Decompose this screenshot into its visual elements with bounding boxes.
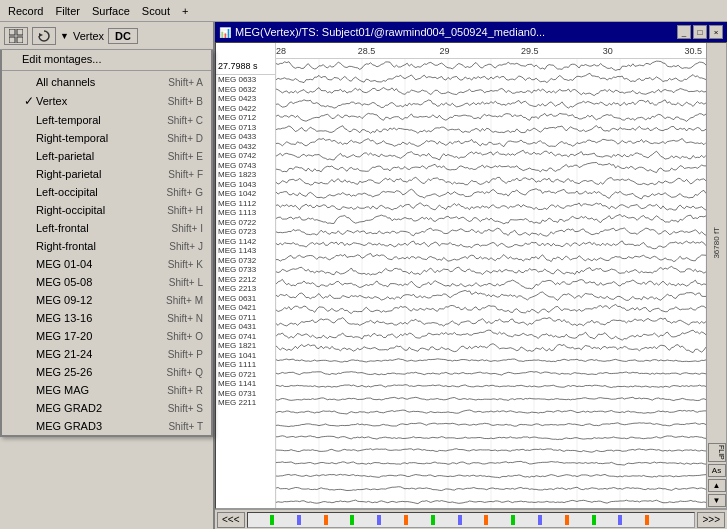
channel-label: MEG 1042 xyxy=(216,189,275,199)
meg1720-shortcut: Shift+ O xyxy=(167,331,203,342)
grid-icon-btn[interactable] xyxy=(4,27,28,45)
channel-label: MEG 0432 xyxy=(216,142,275,152)
channel-label: MEG 0632 xyxy=(216,85,275,95)
event-marker xyxy=(350,515,354,525)
menu-plus[interactable]: + xyxy=(176,3,194,19)
channel-label: MEG 1141 xyxy=(216,379,275,389)
event-marker xyxy=(618,515,622,525)
dropdown-right-temporal[interactable]: Right-temporal Shift+ D xyxy=(2,129,211,147)
channel-label: MEG 1041 xyxy=(216,351,275,361)
right-panel: 📊 MEG(Vertex)/TS: Subject01/@rawmind004_… xyxy=(215,22,727,529)
channel-label: MEG 2213 xyxy=(216,284,275,294)
event-marker xyxy=(645,515,649,525)
flip-button[interactable]: FLIP xyxy=(708,443,726,462)
dropdown-meg2124[interactable]: MEG 21-24 Shift+ P xyxy=(2,345,211,363)
left-panel: ▼ Vertex DC Edit montages... All channel… xyxy=(0,22,215,529)
dropdown-meggrad3[interactable]: MEG GRAD3 Shift+ T xyxy=(2,417,211,435)
dropdown-vertex[interactable]: ✓ Vertex Shift+ B xyxy=(2,91,211,111)
svg-rect-0 xyxy=(9,29,15,35)
channel-label: MEG 1823 xyxy=(216,170,275,180)
refresh-icon-btn[interactable] xyxy=(32,27,56,45)
as-button[interactable]: As xyxy=(708,464,726,477)
right-occipital-label: Right-occipital xyxy=(36,204,167,216)
window-controls: _ □ × xyxy=(677,25,723,39)
all-channels-shortcut: Shift+ A xyxy=(168,77,203,88)
dropdown-all-channels[interactable]: All channels Shift+ A xyxy=(2,73,211,91)
dropdown-left-temporal[interactable]: Left-temporal Shift+ C xyxy=(2,111,211,129)
dropdown-right-occipital[interactable]: Right-occipital Shift+ H xyxy=(2,201,211,219)
edit-montages-label: Edit montages... xyxy=(22,53,102,65)
event-marker xyxy=(484,515,488,525)
event-marker xyxy=(538,515,542,525)
vertex-dropdown[interactable]: ▼ Vertex xyxy=(60,30,104,42)
scroll-up-button[interactable]: ▲ xyxy=(708,479,726,492)
dropdown-left-occipital[interactable]: Left-occipital Shift+ G xyxy=(2,183,211,201)
event-marker xyxy=(324,515,328,525)
minimize-button[interactable]: _ xyxy=(677,25,691,39)
meg0912-label: MEG 09-12 xyxy=(36,294,166,306)
scroll-down-button[interactable]: ▼ xyxy=(708,494,726,507)
dropdown-meg0508[interactable]: MEG 05-08 Shift+ L xyxy=(2,273,211,291)
maximize-button[interactable]: □ xyxy=(693,25,707,39)
dropdown-meggrad2[interactable]: MEG GRAD2 Shift+ S xyxy=(2,399,211,417)
rewind-button[interactable]: <<< xyxy=(217,512,245,528)
check-vertex: ✓ xyxy=(22,94,36,108)
window-titlebar: 📊 MEG(Vertex)/TS: Subject01/@rawmind004_… xyxy=(215,22,727,42)
meggrad3-label: MEG GRAD3 xyxy=(36,420,168,432)
menu-scout[interactable]: Scout xyxy=(136,3,176,19)
meg1720-label: MEG 17-20 xyxy=(36,330,167,342)
waveform-svg xyxy=(276,59,706,508)
amplitude-label: 36780 fT xyxy=(712,227,721,259)
dropdown-megmag[interactable]: MEG MAG Shift+ R xyxy=(2,381,211,399)
dropdown-meg1316[interactable]: MEG 13-16 Shift+ N xyxy=(2,309,211,327)
time-tick-label: 29.5 xyxy=(521,46,539,56)
meggrad2-label: MEG GRAD2 xyxy=(36,402,168,414)
event-marker xyxy=(297,515,301,525)
left-temporal-shortcut: Shift+ C xyxy=(167,115,203,126)
dropdown-right-parietal[interactable]: Right-parietal Shift+ F xyxy=(2,165,211,183)
menu-surface[interactable]: Surface xyxy=(86,3,136,19)
dropdown-menu: Edit montages... All channels Shift+ A ✓… xyxy=(0,50,213,437)
close-button[interactable]: × xyxy=(709,25,723,39)
main-container: ▼ Vertex DC Edit montages... All channel… xyxy=(0,22,727,529)
channel-label: MEG 2211 xyxy=(216,398,275,408)
event-marker xyxy=(431,515,435,525)
eeg-plot-area[interactable]: 2828.52929.53030.5 xyxy=(276,43,706,508)
channel-label: MEG 0633 xyxy=(216,75,275,85)
time-header: 2828.52929.53030.5 xyxy=(276,43,706,59)
meg2124-label: MEG 21-24 xyxy=(36,348,168,360)
forward-button[interactable]: >>> xyxy=(697,512,725,528)
channel-label: MEG 1142 xyxy=(216,237,275,247)
dc-button[interactable]: DC xyxy=(108,28,138,44)
time-tick-label: 30 xyxy=(603,46,613,56)
dropdown-left-frontal[interactable]: Left-frontal Shift+ I xyxy=(2,219,211,237)
channel-label: MEG 0431 xyxy=(216,322,275,332)
toolbar-row: ▼ Vertex DC xyxy=(0,22,213,50)
meg0508-shortcut: Shift+ L xyxy=(169,277,203,288)
vertex-shortcut: Shift+ B xyxy=(168,96,203,107)
megmag-shortcut: Shift+ R xyxy=(167,385,203,396)
dropdown-meg2526[interactable]: MEG 25-26 Shift+ Q xyxy=(2,363,211,381)
time-axis-bar[interactable] xyxy=(247,512,696,528)
dropdown-left-parietal[interactable]: Left-parietal Shift+ E xyxy=(2,147,211,165)
meg1316-shortcut: Shift+ N xyxy=(167,313,203,324)
channel-label: MEG 0731 xyxy=(216,389,275,399)
menu-record[interactable]: Record xyxy=(2,3,49,19)
right-frontal-shortcut: Shift+ J xyxy=(169,241,203,252)
edit-montages[interactable]: Edit montages... xyxy=(2,50,211,68)
menu-filter[interactable]: Filter xyxy=(49,3,85,19)
channel-label: MEG 1111 xyxy=(216,360,275,370)
dropdown-meg0104[interactable]: MEG 01-04 Shift+ K xyxy=(2,255,211,273)
dropdown-meg0912[interactable]: MEG 09-12 Shift+ M xyxy=(2,291,211,309)
channel-label: MEG 0732 xyxy=(216,256,275,266)
meg2124-shortcut: Shift+ P xyxy=(168,349,203,360)
event-marker xyxy=(377,515,381,525)
channel-label: MEG 0421 xyxy=(216,303,275,313)
left-parietal-label: Left-parietal xyxy=(36,150,168,162)
left-temporal-label: Left-temporal xyxy=(36,114,167,126)
dropdown-meg1720[interactable]: MEG 17-20 Shift+ O xyxy=(2,327,211,345)
meg0104-label: MEG 01-04 xyxy=(36,258,168,270)
dropdown-right-frontal[interactable]: Right-frontal Shift+ J xyxy=(2,237,211,255)
time-tick-label: 30.5 xyxy=(685,46,703,56)
event-marker xyxy=(592,515,596,525)
